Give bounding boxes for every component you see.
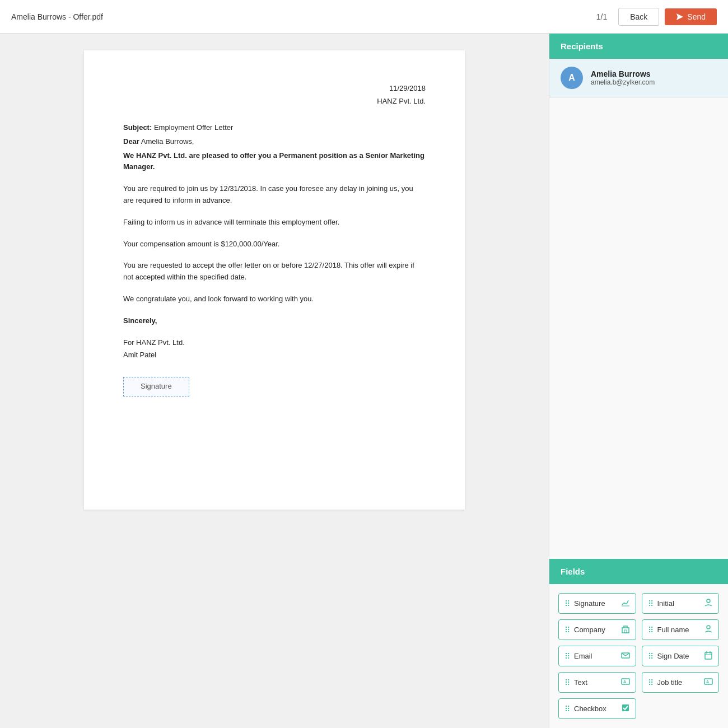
field-btn-email[interactable]: ⠿ Email: [558, 646, 636, 666]
para6: We congratulate you, and look forward to…: [123, 293, 426, 305]
fields-grid: ⠿ Signature ⠿ Initial ⠿: [549, 584, 728, 728]
field-label-text: Text: [574, 678, 621, 687]
email-icon: [621, 651, 630, 661]
field-btn-signature[interactable]: ⠿ Signature: [558, 593, 636, 614]
doc-company: HANZ Pvt. Ltd.: [123, 97, 426, 105]
svg-rect-15: [622, 704, 629, 711]
svg-rect-7: [705, 652, 712, 659]
para4: Your compensation amount is $120,000.00/…: [123, 239, 426, 250]
field-label-checkbox: Checkbox: [574, 704, 621, 713]
para3: Failing to inform us in advance will ter…: [123, 217, 426, 228]
field-label-jobtitle: Job title: [657, 678, 704, 687]
field-label-email: Email: [574, 652, 621, 660]
field-btn-signdate[interactable]: ⠿ Sign Date: [642, 646, 720, 666]
recipients-header: Recipients: [549, 34, 728, 59]
drag-dots-text: ⠿: [564, 678, 570, 687]
para5: You are requested to accept the offer le…: [123, 260, 426, 283]
back-button[interactable]: Back: [618, 8, 659, 26]
svg-point-5: [707, 626, 710, 629]
signdate-icon: [704, 651, 713, 661]
top-bar: Amelia Burrows - Offer.pdf 1/1 Back Send: [0, 0, 728, 34]
drag-dots-email: ⠿: [564, 652, 570, 661]
initial-icon: [704, 598, 713, 609]
doc-paper: 11/29/2018 HANZ Pvt. Ltd. Subject: Emplo…: [84, 50, 465, 510]
field-btn-text[interactable]: ⠿ Text A: [558, 672, 636, 693]
drag-dots-signature: ⠿: [564, 599, 570, 608]
fields-section: Fields ⠿ Signature ⠿ Initial: [549, 559, 728, 728]
drag-dots-signdate: ⠿: [648, 652, 653, 661]
recipient-info: Amelia Burrows amelia.b@zylker.com: [591, 69, 655, 86]
field-label-initial: Initial: [657, 599, 704, 608]
drag-dots-checkbox: ⠿: [564, 704, 570, 713]
para2: You are required to join us by 12/31/201…: [123, 183, 426, 207]
svg-point-2: [707, 599, 710, 603]
fields-spacer: [549, 97, 728, 559]
closing2: For HANZ Pvt. Ltd.: [123, 337, 426, 349]
field-label-signature: Signature: [574, 599, 621, 608]
svg-text:A: A: [623, 680, 626, 684]
drag-dots-jobtitle: ⠿: [648, 678, 653, 687]
doc-header: 11/29/2018 HANZ Pvt. Ltd.: [123, 84, 426, 105]
recipient-avatar: A: [561, 67, 583, 89]
field-btn-checkbox[interactable]: ⠿ Checkbox: [558, 698, 636, 719]
svg-text:A: A: [706, 680, 709, 684]
signature-field[interactable]: Signature: [123, 377, 189, 396]
doc-area: 11/29/2018 HANZ Pvt. Ltd. Subject: Emplo…: [0, 34, 549, 728]
doc-date: 11/29/2018: [123, 84, 426, 92]
field-btn-company[interactable]: ⠿ Company: [558, 619, 636, 640]
drag-dots-initial: ⠿: [648, 599, 653, 608]
field-label-signdate: Sign Date: [657, 652, 704, 660]
recipient-item: A Amelia Burrows amelia.b@zylker.com: [549, 59, 728, 97]
field-btn-fullname[interactable]: ⠿ Full name: [642, 619, 720, 640]
recipient-email: amelia.b@zylker.com: [591, 78, 655, 86]
fullname-icon: [704, 624, 713, 635]
closing1: Sincerely,: [123, 315, 426, 327]
field-label-fullname: Full name: [657, 626, 704, 634]
signature-icon: [621, 598, 630, 609]
subject-line: Subject: Employment Offer Letter: [123, 122, 426, 134]
svg-marker-0: [676, 13, 683, 20]
drag-dots-fullname: ⠿: [648, 626, 653, 634]
send-button[interactable]: Send: [665, 8, 717, 25]
send-icon: [676, 13, 684, 21]
doc-body: Subject: Employment Offer Letter Dear Am…: [123, 122, 426, 396]
checkbox-icon: [621, 703, 630, 714]
right-panel: Recipients A Amelia Burrows amelia.b@zyl…: [549, 34, 728, 728]
field-btn-jobtitle[interactable]: ⠿ Job title A: [642, 672, 720, 693]
fields-header: Fields: [549, 559, 728, 584]
page-indicator: 1/1: [596, 12, 607, 21]
drag-dots-company: ⠿: [564, 626, 570, 634]
recipient-name: Amelia Burrows: [591, 69, 655, 78]
company-icon: [621, 624, 630, 635]
jobtitle-icon: A: [704, 677, 713, 688]
closing3: Amit Patel: [123, 349, 426, 361]
main-area: 11/29/2018 HANZ Pvt. Ltd. Subject: Emplo…: [0, 34, 728, 728]
para1: We HANZ Pvt. Ltd. are pleased to offer y…: [123, 150, 426, 174]
field-label-company: Company: [574, 626, 621, 634]
doc-title: Amelia Burrows - Offer.pdf: [11, 12, 585, 21]
text-icon: A: [621, 677, 630, 688]
field-btn-initial[interactable]: ⠿ Initial: [642, 593, 720, 614]
dear-line: Dear Amelia Burrows,: [123, 136, 426, 148]
